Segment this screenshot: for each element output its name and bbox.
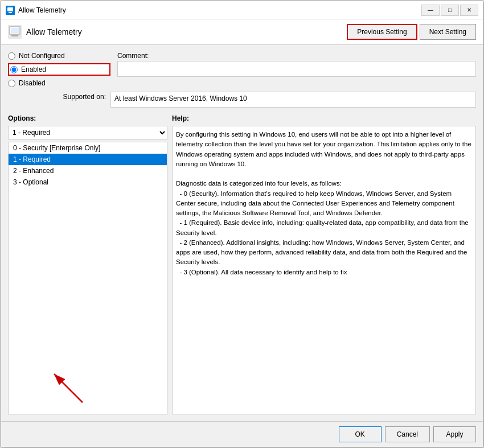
list-item-security[interactable]: 0 - Security [Enterprise Only] [9,142,167,154]
list-item-optional[interactable]: 3 - Optional [9,176,167,188]
next-setting-button[interactable]: Next Setting [420,24,476,40]
supported-row: Supported on: At least Windows Server 20… [8,92,476,108]
ok-button[interactable]: OK [339,426,382,442]
supported-label: Supported on: [8,92,110,101]
svg-rect-2 [9,12,12,13]
not-configured-label: Not Configured [19,52,65,60]
disabled-label: Disabled [19,79,46,87]
enabled-radio[interactable] [10,66,18,73]
radio-comment-row: Not Configured Enabled Disabled Comment: [8,52,476,87]
content-area: Not Configured Enabled Disabled Comment:… [1,45,483,421]
enabled-option[interactable]: Enabled [8,63,110,76]
disabled-radio[interactable] [8,80,15,87]
options-listbox: 0 - Security [Enterprise Only] 1 - Requi… [8,142,167,414]
not-configured-option[interactable]: Not Configured [8,52,110,60]
apply-button[interactable]: Apply [433,426,476,442]
title-bar: Allow Telemetry — □ ✕ [1,1,483,19]
svg-rect-1 [7,7,13,11]
nav-buttons: Previous Setting Next Setting [347,24,476,40]
policy-icon [8,25,22,39]
two-col: Options: 1 - Required 0 - Security [Ente… [8,114,476,414]
red-arrow-annotation [43,363,100,408]
radio-group: Not Configured Enabled Disabled [8,52,110,87]
footer: OK Cancel Apply [1,421,483,447]
supported-value: At least Windows Server 2016, Windows 10 [110,92,476,108]
list-item-enhanced[interactable]: 2 - Enhanced [9,165,167,176]
enabled-label: Enabled [21,65,46,73]
options-dropdown[interactable]: 1 - Required [8,126,167,139]
comment-label: Comment: [117,52,476,60]
minimize-button[interactable]: — [421,5,440,16]
comment-section: Comment: [117,52,476,77]
options-col: Options: 1 - Required 0 - Security [Ente… [8,114,167,414]
header-title: Allow Telemetry [26,27,347,36]
not-configured-radio[interactable] [8,52,15,60]
svg-line-8 [54,374,83,402]
list-item-required[interactable]: 1 - Required [9,154,167,165]
cancel-button[interactable]: Cancel [385,426,430,442]
comment-textarea[interactable] [117,61,476,77]
disabled-option[interactable]: Disabled [8,79,110,87]
title-bar-controls: — □ ✕ [421,5,478,16]
close-button[interactable]: ✕ [460,5,478,16]
svg-rect-6 [11,35,18,36]
header-bar: Allow Telemetry Previous Setting Next Se… [1,19,483,45]
help-text: By configuring this setting in Windows 1… [172,126,476,414]
options-label: Options: [8,114,167,122]
window-title: Allow Telemetry [18,6,421,14]
help-col: Help: By configuring this setting in Win… [172,114,476,414]
help-label: Help: [172,114,476,122]
maximize-button[interactable]: □ [441,5,459,16]
main-window: Allow Telemetry — □ ✕ Allow Telemetry Pr… [1,1,483,447]
previous-setting-button[interactable]: Previous Setting [347,24,417,40]
svg-rect-5 [11,28,19,33]
app-icon [6,6,15,15]
